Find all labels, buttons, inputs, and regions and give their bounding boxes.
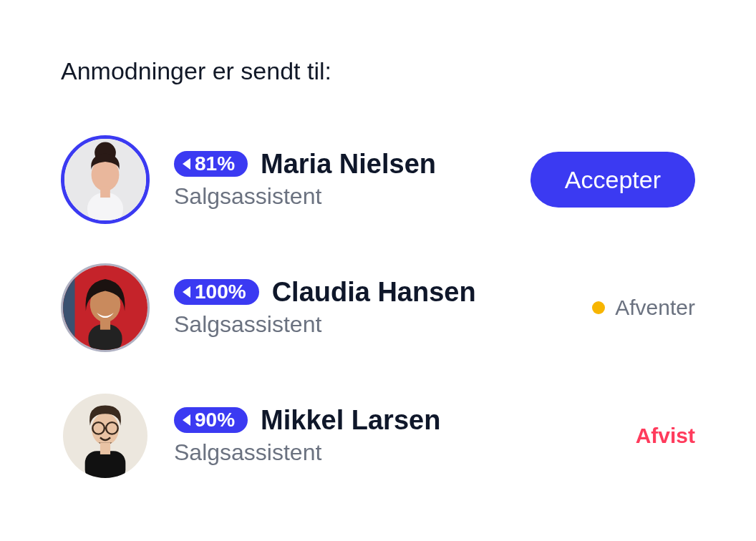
status-pending: Afventer — [592, 296, 695, 320]
caret-left-icon — [183, 158, 190, 170]
match-score-value: 90% — [195, 410, 235, 430]
person-info: 90% Mikkel Larsen Salgsassistent — [174, 406, 516, 467]
accept-button[interactable]: Accepter — [530, 152, 695, 208]
status-label: Afventer — [615, 296, 695, 320]
person-name: Maria Nielsen — [261, 150, 436, 180]
request-row: 81% Maria Nielsen Salgsassistent Accepte… — [61, 135, 695, 224]
action-area: Accepter — [516, 152, 695, 208]
svg-rect-4 — [100, 186, 110, 198]
request-row: 100% Claudia Hansen Salgsassistent Afven… — [61, 263, 695, 352]
person-info: 100% Claudia Hansen Salgsassistent — [174, 278, 516, 338]
avatar-illustration — [63, 394, 147, 478]
svg-rect-9 — [100, 318, 110, 330]
match-score-pill: 90% — [174, 407, 248, 433]
status-dot-icon — [592, 301, 605, 314]
status-label: Afvist — [636, 424, 695, 448]
match-score-value: 100% — [195, 282, 246, 302]
request-row: 90% Mikkel Larsen Salgsassistent Afvist — [61, 391, 695, 480]
avatar[interactable] — [61, 263, 150, 352]
caret-left-icon — [183, 286, 190, 298]
avatar[interactable] — [61, 391, 150, 480]
person-role: Salgsassistent — [174, 311, 516, 338]
action-area: Afventer — [516, 296, 695, 320]
match-score-value: 81% — [195, 154, 235, 174]
caret-left-icon — [183, 414, 190, 426]
avatar-illustration — [64, 139, 146, 220]
svg-rect-16 — [100, 442, 110, 454]
match-score-pill: 81% — [174, 151, 248, 177]
avatar-illustration — [63, 265, 147, 350]
person-role: Salgsassistent — [174, 183, 516, 210]
match-score-pill: 100% — [174, 279, 259, 305]
person-role: Salgsassistent — [174, 439, 516, 466]
request-list: 81% Maria Nielsen Salgsassistent Accepte… — [61, 135, 695, 480]
avatar[interactable] — [61, 135, 150, 224]
person-name: Claudia Hansen — [272, 278, 476, 308]
person-name: Mikkel Larsen — [261, 406, 440, 436]
status-rejected: Afvist — [636, 424, 695, 448]
person-info: 81% Maria Nielsen Salgsassistent — [174, 150, 516, 210]
action-area: Afvist — [516, 424, 695, 448]
svg-rect-15 — [85, 451, 126, 478]
svg-rect-6 — [63, 265, 75, 350]
page-title: Anmodninger er sendt til: — [61, 57, 695, 85]
